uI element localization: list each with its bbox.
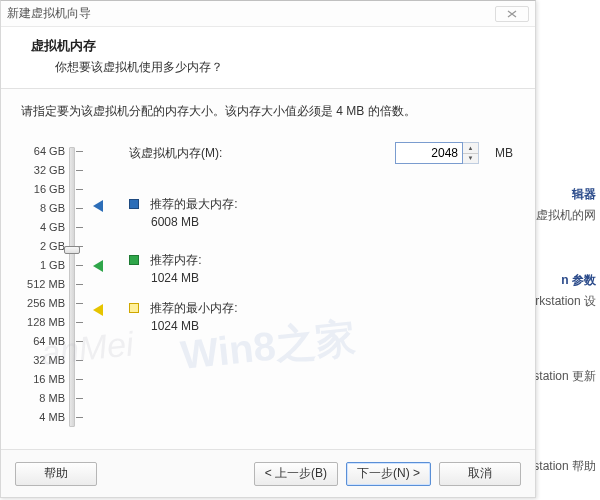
scale-label: 4 MB [21, 408, 65, 427]
bg-text: n 参数 [561, 272, 596, 289]
close-icon[interactable] [495, 6, 529, 22]
max-memory-value: 6008 MB [129, 215, 238, 229]
memory-spinner[interactable]: ▲ ▼ [463, 142, 479, 164]
memory-slider-scale: 64 GB32 GB16 GB8 GB4 GB2 GB1 GB512 MB256… [21, 142, 81, 432]
wizard-header: 虚拟机内存 你想要该虚拟机使用多少内存？ [1, 27, 535, 89]
scale-label: 64 MB [21, 332, 65, 351]
scale-label: 64 GB [21, 142, 65, 161]
scale-label: 32 GB [21, 161, 65, 180]
scale-label: 512 MB [21, 275, 65, 294]
window-title: 新建虚拟机向导 [7, 5, 91, 22]
memory-unit: MB [495, 146, 513, 160]
titlebar: 新建虚拟机向导 [1, 1, 535, 27]
wizard-body: 请指定要为该虚拟机分配的内存大小。该内存大小值必须是 4 MB 的倍数。 64 … [1, 89, 535, 449]
scale-label: 128 MB [21, 313, 65, 332]
recommended-memory-value: 1024 MB [129, 271, 202, 285]
wizard-footer: 帮助 < 上一步(B) 下一步(N) > 取消 [1, 449, 535, 497]
help-button[interactable]: 帮助 [15, 462, 97, 486]
memory-input[interactable] [395, 142, 463, 164]
max-memory-marker-icon [93, 200, 103, 212]
wizard-dialog: 新建虚拟机向导 虚拟机内存 你想要该虚拟机使用多少内存？ 请指定要为该虚拟机分配… [0, 0, 536, 498]
scale-label: 16 GB [21, 180, 65, 199]
scale-label: 8 GB [21, 199, 65, 218]
memory-slider-track[interactable] [69, 147, 75, 427]
scale-label: 1 GB [21, 256, 65, 275]
spinner-down-icon[interactable]: ▼ [463, 154, 478, 164]
back-button[interactable]: < 上一步(B) [254, 462, 338, 486]
cancel-button[interactable]: 取消 [439, 462, 521, 486]
page-title: 虚拟机内存 [31, 37, 519, 55]
square-icon-yellow [129, 303, 139, 313]
scale-label: 2 GB [21, 237, 65, 256]
square-icon-green [129, 255, 139, 265]
bg-text: 辑器 [572, 186, 596, 203]
spinner-up-icon[interactable]: ▲ [463, 143, 478, 154]
scale-markers [93, 142, 117, 432]
scale-label: 32 MB [21, 351, 65, 370]
scale-label: 256 MB [21, 294, 65, 313]
min-memory-marker-icon [93, 304, 103, 316]
recommended-memory-marker-icon [93, 260, 103, 272]
scale-label: 4 GB [21, 218, 65, 237]
memory-input-label: 该虚拟机内存(M): [129, 145, 385, 162]
background-page: 辑器 机上的虚拟机的网 n 参数 are Workstation 设 Works… [530, 0, 600, 500]
max-memory-label: 推荐的最大内存: [150, 197, 237, 211]
memory-details: 该虚拟机内存(M): ▲ ▼ MB 推荐的最大内存: 6008 MB [129, 142, 513, 432]
page-subtitle: 你想要该虚拟机使用多少内存？ [31, 59, 519, 76]
scale-label: 8 MB [21, 389, 65, 408]
scale-label: 16 MB [21, 370, 65, 389]
recommended-memory-label: 推荐内存: [150, 253, 201, 267]
min-memory-value: 1024 MB [129, 319, 238, 333]
memory-slider-thumb[interactable] [64, 246, 80, 254]
min-memory-label: 推荐的最小内存: [150, 301, 237, 315]
next-button[interactable]: 下一步(N) > [346, 462, 431, 486]
square-icon-blue [129, 199, 139, 209]
instruction-text: 请指定要为该虚拟机分配的内存大小。该内存大小值必须是 4 MB 的倍数。 [21, 103, 513, 120]
